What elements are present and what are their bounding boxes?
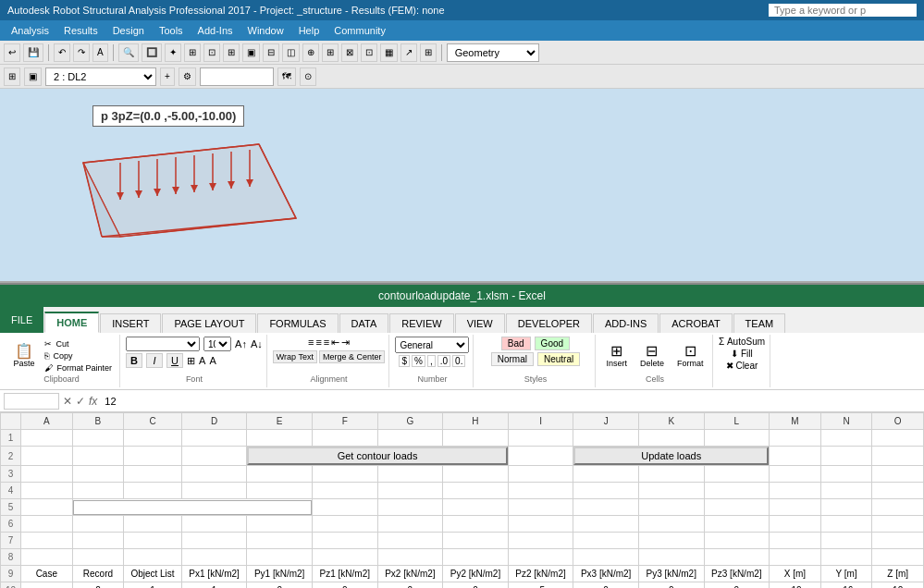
menu-help[interactable]: Help xyxy=(291,22,327,39)
formula-input[interactable] xyxy=(101,395,920,408)
col-j[interactable]: J xyxy=(573,413,639,430)
decimal-increase-btn[interactable]: .0 xyxy=(437,355,450,367)
insert-function-icon[interactable]: fx xyxy=(89,395,97,408)
col-l[interactable]: L xyxy=(704,413,770,430)
tab-view[interactable]: VIEW xyxy=(455,313,505,333)
cancel-formula-icon[interactable]: ✕ xyxy=(63,395,72,408)
cut-button[interactable]: ✂ Cut xyxy=(43,338,116,349)
wrap-text-button[interactable]: Wrap Text xyxy=(273,350,317,363)
font-color-icon[interactable]: A xyxy=(209,355,216,366)
col-o[interactable]: O xyxy=(872,413,924,430)
good-style-btn[interactable]: Good xyxy=(535,337,570,350)
row5-input[interactable] xyxy=(73,500,312,515)
align-center-icon[interactable]: ≡ xyxy=(315,337,321,349)
align-left-icon[interactable]: ≡ xyxy=(308,337,314,349)
toolbar-btn-a[interactable]: A xyxy=(92,43,108,62)
format-button[interactable]: ⊡ Format xyxy=(672,341,708,371)
col-f[interactable]: F xyxy=(312,413,377,430)
col-pz1-header[interactable]: Pz1 [kN/m2] xyxy=(312,566,377,582)
toolbar-btn-14[interactable]: ⊠ xyxy=(341,43,358,62)
col-c[interactable]: C xyxy=(124,413,182,430)
col-px3-header[interactable]: Px3 [kN/m2] xyxy=(573,566,639,582)
col-i[interactable]: I xyxy=(508,413,573,430)
font-size-select[interactable]: 10 xyxy=(203,337,231,351)
toolbar-btn-2[interactable]: 💾 xyxy=(23,43,43,62)
toolbar2-icon3[interactable]: 🗺 xyxy=(277,67,296,86)
autosum-button[interactable]: Σ AutoSum xyxy=(719,337,765,347)
col-record-header[interactable]: Record xyxy=(72,566,124,582)
toolbar-btn-1[interactable]: ↩ xyxy=(4,43,20,62)
col-py2-header[interactable]: Py2 [kN/m2] xyxy=(443,566,509,582)
italic-button[interactable]: I xyxy=(146,353,163,368)
toolbar-btn-16[interactable]: ▦ xyxy=(380,43,398,62)
align-right-icon[interactable]: ≡ xyxy=(324,337,329,349)
col-n[interactable]: N xyxy=(820,413,872,430)
menu-analysis[interactable]: Analysis xyxy=(4,22,56,39)
indent-increase-icon[interactable]: ⇥ xyxy=(341,337,350,349)
tab-data[interactable]: DATA xyxy=(339,313,389,333)
get-contour-loads-button[interactable]: Get contour loads xyxy=(247,447,507,465)
toolbar-btn-18[interactable]: ⊞ xyxy=(420,43,437,62)
fill-color-icon[interactable]: A xyxy=(199,355,205,366)
clear-button[interactable]: ✖ Clear xyxy=(726,361,758,371)
toolbar-btn-13[interactable]: ⊞ xyxy=(322,43,339,62)
toolbar2-settings[interactable]: ⚙ xyxy=(179,67,196,86)
toolbar-btn-3[interactable]: 🔍 xyxy=(118,43,139,62)
tab-acrobat[interactable]: ACROBAT xyxy=(659,313,732,333)
bad-style-btn[interactable]: Bad xyxy=(501,337,531,350)
menu-design[interactable]: Design xyxy=(105,22,152,39)
col-z-header[interactable]: Z [m] xyxy=(872,566,924,582)
col-x-header[interactable]: X [m] xyxy=(770,566,821,582)
toolbar-btn-17[interactable]: ↗ xyxy=(400,43,417,62)
toolbar2-icon2[interactable]: ▣ xyxy=(24,67,42,86)
merge-center-button[interactable]: Merge & Center xyxy=(319,350,386,363)
toolbar-btn-undo[interactable]: ↶ xyxy=(54,43,70,62)
font-family-select[interactable] xyxy=(126,337,200,351)
toolbar-btn-5[interactable]: ✦ xyxy=(165,43,181,62)
col-pz3-header[interactable]: Pz3 [kN/m2] xyxy=(704,566,770,582)
col-py3-header[interactable]: Py3 [kN/m2] xyxy=(638,566,704,582)
menu-tools[interactable]: Tools xyxy=(152,22,191,39)
insert-button[interactable]: ⊞ Insert xyxy=(601,341,632,371)
bold-button[interactable]: B xyxy=(126,353,142,368)
tab-page-layout[interactable]: PAGE LAYOUT xyxy=(162,313,256,333)
delete-button[interactable]: ⊟ Delete xyxy=(635,341,669,371)
font-decrease-icon[interactable]: A↓ xyxy=(251,338,263,349)
col-px2-header[interactable]: Px2 [kN/m2] xyxy=(377,566,443,582)
comma-btn[interactable]: , xyxy=(427,355,436,367)
toolbar-btn-4[interactable]: 🔲 xyxy=(142,43,162,62)
toolbar2-add[interactable]: + xyxy=(160,67,175,86)
toolbar-btn-12[interactable]: ⊕ xyxy=(302,43,319,62)
toolbar2-input[interactable] xyxy=(200,67,274,86)
indent-decrease-icon[interactable]: ⇤ xyxy=(331,337,339,349)
toolbar2-icon4[interactable]: ⊙ xyxy=(300,67,316,86)
col-b[interactable]: B xyxy=(72,413,124,430)
number-format-select[interactable]: General xyxy=(395,337,469,353)
menu-community[interactable]: Community xyxy=(326,22,393,39)
toolbar-btn-10[interactable]: ⊟ xyxy=(263,43,279,62)
confirm-formula-icon[interactable]: ✓ xyxy=(76,395,85,408)
neutral-style-btn[interactable]: Neutral xyxy=(537,352,580,366)
decimal-decrease-btn[interactable]: 0. xyxy=(452,355,465,367)
search-input[interactable] xyxy=(769,4,917,17)
menu-window[interactable]: Window xyxy=(240,22,291,39)
tab-review[interactable]: REVIEW xyxy=(389,313,453,333)
copy-button[interactable]: ⎘ Copy xyxy=(43,350,116,361)
percent-btn[interactable]: % xyxy=(412,355,425,367)
col-a[interactable]: A xyxy=(21,413,73,430)
name-box[interactable] xyxy=(4,393,59,410)
col-pz2-header[interactable]: Pz2 [kN/m2] xyxy=(508,566,573,582)
toolbar-btn-11[interactable]: ◫ xyxy=(282,43,300,62)
update-loads-button[interactable]: Update loads xyxy=(573,447,769,465)
paste-button[interactable]: 📋 Paste xyxy=(7,337,41,374)
percent-icon[interactable]: $ xyxy=(399,355,410,367)
toolbar2-icon[interactable]: ⊞ xyxy=(4,67,20,86)
tab-file[interactable]: FILE xyxy=(0,307,43,333)
col-case-header[interactable]: Case xyxy=(21,566,73,582)
tab-developer[interactable]: DEVELOPER xyxy=(506,313,592,333)
tab-formulas[interactable]: FORMULAS xyxy=(257,313,338,333)
col-g[interactable]: G xyxy=(377,413,443,430)
toolbar-btn-6[interactable]: ⊞ xyxy=(184,43,201,62)
col-k[interactable]: K xyxy=(638,413,704,430)
underline-button[interactable]: U xyxy=(166,353,183,368)
